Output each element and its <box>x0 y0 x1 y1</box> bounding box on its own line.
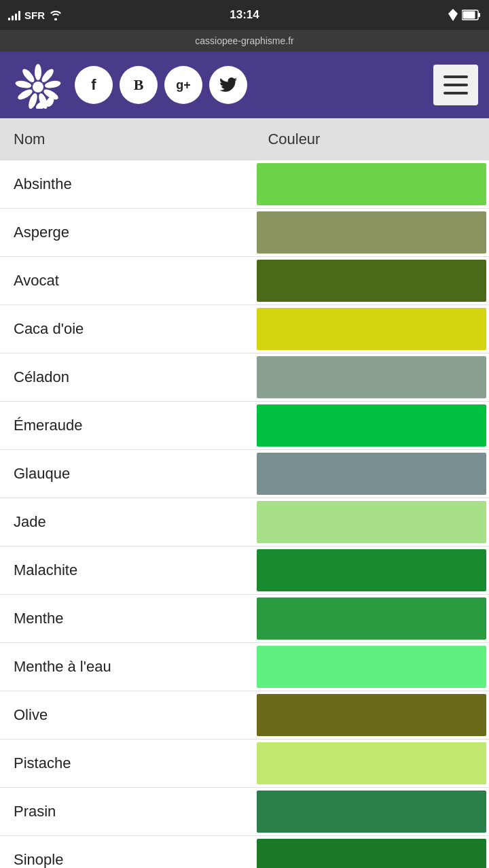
battery-icon <box>462 10 481 20</box>
menu-line-1 <box>443 75 468 78</box>
color-swatch <box>257 356 486 398</box>
table-row: Jade <box>0 498 489 546</box>
color-swatch-cell <box>254 160 489 209</box>
color-swatch <box>257 646 486 688</box>
svg-rect-1 <box>463 12 475 19</box>
color-swatch <box>257 742 486 784</box>
menu-button[interactable] <box>433 65 478 105</box>
color-swatch <box>257 791 486 833</box>
color-name: Céladon <box>0 353 254 402</box>
color-swatch <box>257 163 486 205</box>
color-name: Pistache <box>0 740 254 788</box>
color-swatch <box>257 549 486 591</box>
svg-point-4 <box>35 64 41 80</box>
svg-point-11 <box>15 80 32 89</box>
status-bar: SFR 13:14 <box>0 0 489 30</box>
social-icons: f B g+ <box>75 66 424 104</box>
table-row: Céladon <box>0 353 489 402</box>
color-swatch-cell <box>254 450 489 498</box>
color-swatch-cell <box>254 836 489 869</box>
color-swatch-cell <box>254 691 489 740</box>
svg-point-3 <box>33 82 43 92</box>
table-row: Menthe à l'eau <box>0 643 489 691</box>
color-swatch-cell <box>254 788 489 836</box>
status-time: 13:14 <box>230 8 259 22</box>
svg-rect-2 <box>478 13 480 17</box>
color-name: Avocat <box>0 257 254 305</box>
url-bar[interactable]: cassiopee-graphisme.fr <box>0 30 489 52</box>
color-name: Menthe à l'eau <box>0 643 254 691</box>
color-swatch-cell <box>254 740 489 788</box>
table-row: Absinthe <box>0 160 489 209</box>
color-name: Prasin <box>0 788 254 836</box>
facebook-button[interactable]: f <box>75 66 113 104</box>
status-right <box>448 9 481 21</box>
color-swatch-cell <box>254 402 489 450</box>
color-swatch-cell <box>254 209 489 257</box>
color-name: Malachite <box>0 546 254 595</box>
table-header: Nom Couleur <box>0 118 489 160</box>
color-swatch <box>257 453 486 495</box>
table-row: Glauque <box>0 450 489 498</box>
blogger-button[interactable]: B <box>120 66 158 104</box>
color-name: Jade <box>0 498 254 546</box>
googleplus-button[interactable]: g+ <box>164 66 202 104</box>
color-swatch-cell <box>254 546 489 595</box>
color-swatch <box>257 260 486 302</box>
color-swatch <box>257 211 486 254</box>
color-swatch-cell <box>254 353 489 402</box>
color-swatch <box>257 308 486 350</box>
carrier-label: SFR <box>24 10 45 21</box>
header-couleur: Couleur <box>254 118 489 160</box>
table-row: Sinople <box>0 836 489 869</box>
menu-line-3 <box>443 92 468 94</box>
header-nom: Nom <box>0 118 254 160</box>
svg-point-6 <box>44 80 61 89</box>
color-name: Absinthe <box>0 160 254 209</box>
table-row: Caca d'oie <box>0 305 489 353</box>
table-row: Avocat <box>0 257 489 305</box>
color-name: Émeraude <box>0 402 254 450</box>
color-name: Menthe <box>0 595 254 643</box>
color-swatch <box>257 501 486 543</box>
table-body: AbsintheAspergeAvocatCaca d'oieCéladonÉm… <box>0 160 489 868</box>
url-text: cassiopee-graphisme.fr <box>195 35 294 46</box>
color-swatch-cell <box>254 498 489 546</box>
location-icon <box>448 9 458 21</box>
color-swatch-cell <box>254 305 489 353</box>
table-row: Asperge <box>0 209 489 257</box>
color-swatch <box>257 597 486 640</box>
color-swatch <box>257 404 486 447</box>
color-swatch <box>257 839 486 868</box>
site-header: f B g+ <box>0 52 489 118</box>
table-row: Olive <box>0 691 489 740</box>
color-swatch-cell <box>254 595 489 643</box>
color-table: Nom Couleur AbsintheAspergeAvocatCaca d'… <box>0 118 489 868</box>
menu-line-2 <box>443 84 468 86</box>
color-name: Sinople <box>0 836 254 869</box>
table-row: Malachite <box>0 546 489 595</box>
table-row: Menthe <box>0 595 489 643</box>
signal-icon <box>8 10 20 20</box>
site-logo <box>11 61 65 109</box>
table-row: Prasin <box>0 788 489 836</box>
table-row: Pistache <box>0 740 489 788</box>
table-row: Émeraude <box>0 402 489 450</box>
color-swatch-cell <box>254 643 489 691</box>
color-swatch-cell <box>254 257 489 305</box>
color-name: Asperge <box>0 209 254 257</box>
color-name: Olive <box>0 691 254 740</box>
twitter-button[interactable] <box>209 66 247 104</box>
wifi-icon <box>49 10 62 20</box>
color-name: Glauque <box>0 450 254 498</box>
status-left: SFR <box>8 10 62 21</box>
color-swatch <box>257 694 486 736</box>
color-name: Caca d'oie <box>0 305 254 353</box>
